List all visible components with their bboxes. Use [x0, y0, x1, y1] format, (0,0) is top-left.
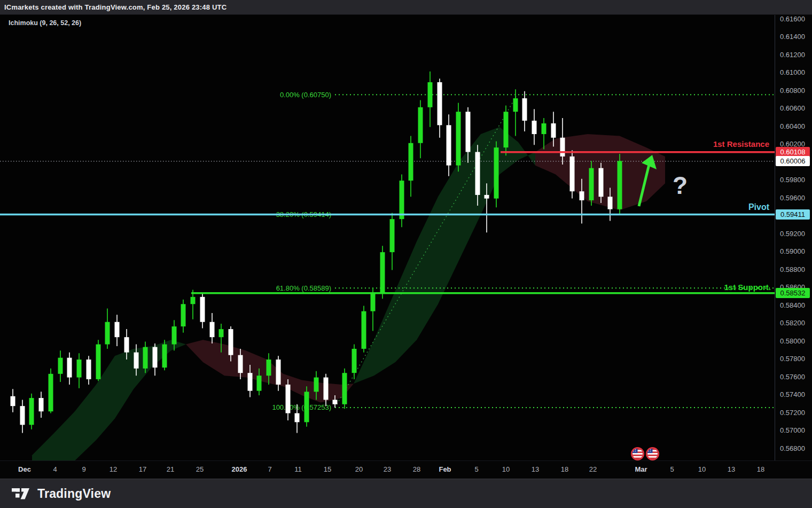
ichimoku-cloud-segment: [646, 147, 665, 201]
time-label-day: 11: [294, 465, 302, 473]
candle: [181, 300, 186, 333]
footer-bar: TradingView: [0, 479, 812, 508]
candle: [191, 290, 196, 319]
candle: [58, 350, 63, 382]
time-label-day: 28: [413, 465, 420, 473]
candle: [342, 369, 347, 409]
price-tick-label: 0.57600: [780, 373, 805, 381]
price-tick-label: 0.58400: [780, 301, 805, 309]
price-tick-label: 0.60400: [780, 122, 805, 130]
support-price-badge: 0.58532: [776, 288, 810, 298]
candle: [618, 154, 622, 215]
fib-level-label: 0.00% (0.60750): [280, 91, 331, 99]
candle: [304, 386, 309, 426]
candle: [49, 369, 53, 413]
price-tick-label: 0.61000: [780, 68, 805, 76]
ichimoku-cloud-segment: [32, 434, 53, 460]
candle: [352, 345, 357, 379]
candle: [77, 353, 82, 388]
price-tick-label: 0.57000: [780, 426, 805, 434]
ichimoku-cloud-segment: [535, 138, 556, 174]
time-label-day: 10: [502, 465, 510, 473]
candle: [39, 392, 44, 418]
candle: [210, 313, 215, 343]
candle: [200, 293, 205, 328]
pivot-label: Pivot: [748, 202, 770, 212]
tradingview-chart-window: ICmarkets created with TradingView.com, …: [0, 0, 812, 508]
ichimoku-cloud-segment: [395, 241, 417, 362]
time-label-day: 25: [196, 465, 204, 473]
price-tick-label: 0.59200: [780, 230, 805, 238]
price-tick-label: 0.56800: [780, 444, 805, 452]
candle: [400, 174, 404, 227]
time-label-month: Mar: [635, 465, 647, 473]
price-tick-label: 0.58200: [780, 319, 805, 327]
ichimoku-cloud-segment: [115, 349, 134, 419]
price-tick-label: 0.61400: [780, 33, 805, 41]
candle: [362, 306, 366, 353]
ichimoku-cloud-segment: [186, 340, 203, 362]
indicator-label[interactable]: Ichimoku (9, 26, 52, 26): [9, 19, 81, 27]
candle: [438, 79, 442, 138]
ichimoku-cloud-segment: [53, 411, 75, 460]
time-label-month: Dec: [18, 465, 31, 473]
time-label-day: 12: [110, 465, 117, 473]
candle: [428, 72, 433, 127]
resistance-label: 1st Resistance: [713, 139, 769, 149]
last-price-badge: 0.60006: [776, 156, 810, 166]
price-chart[interactable]: 0.00% (0.60750)38.20% (0.59414)61.80% (0…: [0, 0, 775, 460]
chart-canvas[interactable]: 0.00% (0.60750)38.20% (0.59414)61.80% (0…: [0, 0, 775, 460]
time-label-day: 18: [757, 465, 764, 473]
tradingview-logo[interactable]: TradingView: [12, 487, 111, 501]
time-label-day: 21: [167, 465, 174, 473]
candle: [522, 91, 527, 131]
candle: [542, 118, 546, 150]
support-label: 1st Support.: [724, 283, 771, 292]
time-label-day: 5: [670, 465, 674, 473]
ichimoku-cloud-segment: [374, 291, 395, 376]
candle: [513, 89, 518, 136]
price-tick-label: 0.61200: [780, 51, 805, 59]
candle: [11, 389, 15, 412]
price-tick-label: 0.60800: [780, 87, 805, 95]
candle: [456, 103, 461, 171]
fib-level-label: 100.00% (0.57253): [272, 403, 331, 411]
price-tick-label: 0.59000: [780, 247, 805, 255]
time-label-day: 4: [53, 465, 57, 473]
time-label-day: 23: [384, 465, 391, 473]
time-label-day: 10: [698, 465, 706, 473]
price-tick-label: 0.59800: [780, 176, 805, 184]
candle: [418, 100, 423, 158]
time-label-day: 18: [561, 465, 568, 473]
time-label-day: 7: [268, 465, 271, 473]
time-label-day: 13: [728, 465, 735, 473]
time-label-month: 2026: [232, 465, 247, 473]
candle: [286, 379, 291, 420]
tradingview-logo-icon: [12, 487, 32, 501]
candle: [162, 340, 167, 370]
candle: [87, 356, 91, 385]
pivot-price-badge: 0.59411: [776, 209, 810, 220]
price-axis[interactable]: 0.616000.614000.612000.610000.608000.606…: [775, 14, 812, 460]
price-tick-label: 0.59600: [780, 194, 805, 202]
question-mark-annotation[interactable]: ?: [673, 171, 688, 199]
time-axis[interactable]: Dec4912172125202671115202328Feb510131822…: [0, 460, 812, 479]
price-tick-label: 0.58800: [780, 265, 805, 273]
time-label-day: 5: [474, 465, 478, 473]
price-tick-label: 0.57800: [780, 355, 805, 363]
ichimoku-cloud-segment: [620, 136, 646, 210]
time-label-month: Feb: [439, 465, 451, 473]
price-tick-label: 0.57400: [780, 390, 805, 398]
time-label-day: 9: [82, 465, 85, 473]
candle: [532, 109, 537, 145]
price-tick-label: 0.57200: [780, 409, 805, 417]
candle: [447, 114, 451, 176]
candle: [371, 288, 376, 331]
header-bar: ICmarkets created with TradingView.com, …: [0, 0, 812, 15]
candle: [115, 315, 120, 346]
fib-level-label: 61.80% (0.58589): [276, 284, 331, 292]
header-title: ICmarkets created with TradingView.com, …: [0, 3, 227, 11]
ichimoku-cloud-segment: [75, 385, 96, 460]
price-tick-label: 0.58000: [780, 337, 805, 345]
candle: [96, 340, 101, 381]
